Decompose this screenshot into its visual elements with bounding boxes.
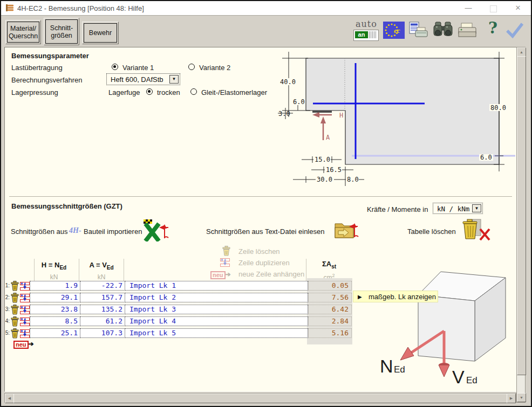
- tab-schnittgroessen[interactable]: Schnitt- größen: [44, 18, 79, 45]
- radio-variante-1[interactable]: [112, 64, 118, 70]
- units-label: Kräfte / Momente in: [367, 205, 428, 213]
- legend-delete-label: Zeile löschen: [238, 247, 280, 256]
- duplicate-row-icon[interactable]: [20, 306, 30, 314]
- append-row-button[interactable]: neu➔: [13, 339, 34, 349]
- read-textfile-label: Schnittgrößen aus Text-Datei einlesen: [206, 227, 324, 236]
- svg-text:6.0: 6.0: [480, 154, 492, 161]
- print-preview-icon[interactable]: [409, 22, 428, 38]
- row-number: 5:: [5, 330, 10, 336]
- binoculars-icon[interactable]: [432, 22, 454, 38]
- maximize-button[interactable]: [490, 5, 497, 12]
- load-transfer-label: Lastübertragung: [11, 64, 63, 72]
- h-force-input[interactable]: 8.5: [30, 316, 80, 326]
- svg-text:3.0: 3.0: [278, 110, 290, 118]
- confirm-check-icon[interactable]: [505, 21, 524, 39]
- delete-row-icon[interactable]: [11, 281, 19, 291]
- legend-duplicate-row-icon: [220, 258, 230, 267]
- delete-row-icon[interactable]: [11, 316, 19, 327]
- play-icon: ▶: [358, 294, 362, 300]
- method-label: Berechnungsverfahren: [11, 76, 83, 84]
- units-dropdown[interactable]: kN / kNm ▼: [433, 203, 483, 214]
- tab-material-querschnitt[interactable]: Material/ Querschn: [5, 20, 41, 44]
- method-dropdown-value: Heft 600, DAfStb: [111, 75, 163, 84]
- radio-gleitlager-label: Gleit-/Elastomerlager: [201, 88, 267, 96]
- column-header-a: A = VEd: [80, 261, 123, 271]
- column-header-h: H = NEd: [30, 261, 78, 271]
- scroll-up-button[interactable]: ▲: [517, 47, 526, 57]
- horizontal-scrollbar[interactable]: ◀ ▶: [4, 393, 516, 403]
- cube-front-face: [418, 295, 475, 361]
- loadcase-name-input[interactable]: Import Lk 2: [125, 293, 308, 302]
- delete-row-icon[interactable]: [11, 305, 19, 315]
- scroll-down-button[interactable]: ▼: [517, 393, 526, 402]
- svg-text:16.5: 16.5: [326, 166, 342, 174]
- legend-append-row-icon: neu➔: [210, 270, 231, 279]
- force-a-arrow: A: [320, 116, 330, 141]
- auto-toggle-off-stripes: [368, 31, 376, 38]
- import-prefix-label: Schnittgrößen aus: [11, 227, 68, 236]
- row-number: 3:: [5, 306, 10, 312]
- import-bauteil-icon[interactable]: [144, 219, 169, 242]
- duplicate-row-icon[interactable]: [20, 294, 30, 302]
- auto-toggle[interactable]: an: [353, 30, 379, 41]
- clear-table-icon[interactable]: [461, 218, 491, 241]
- scroll-right-button[interactable]: ▶: [507, 394, 516, 403]
- dropdown-arrow-icon[interactable]: ▼: [169, 75, 179, 84]
- section-divider: [9, 196, 512, 197]
- show-governing-loadcase-button[interactable]: ▶ maßgeb. Lk anzeigen: [353, 291, 438, 302]
- loadcase-name-input[interactable]: Import Lk 3: [125, 305, 308, 314]
- a-force-input[interactable]: 61.2: [80, 316, 125, 326]
- radio-gleitlager[interactable]: [190, 88, 197, 95]
- delete-row-icon[interactable]: [11, 328, 19, 339]
- auto-label: auto: [356, 19, 377, 29]
- ast-result-value: 0.05: [308, 281, 352, 291]
- loadcase-name-input[interactable]: Import Lk 5: [125, 328, 308, 338]
- tab-bewehrung[interactable]: Bewehr: [82, 22, 119, 44]
- import-suffix-label: Bauteil importieren: [84, 227, 142, 236]
- legend-append-label: neue Zeile anhängen: [238, 270, 304, 278]
- force-h-arrow: H: [312, 112, 343, 119]
- svg-text:15.0: 15.0: [315, 156, 330, 163]
- auto-toggle-state: an: [355, 31, 368, 38]
- radio-variante-2-label: Variante 2: [199, 64, 230, 72]
- row-number: 1:: [5, 282, 10, 288]
- a-force-input[interactable]: 157.7: [80, 293, 125, 302]
- eurocode-icon[interactable]: ec: [383, 22, 405, 39]
- app-window: 4H-EC2 - Bemessung [Position 48: Hilfe] …: [0, 0, 532, 407]
- a-force-input[interactable]: 107.3: [80, 328, 125, 338]
- duplicate-row-icon[interactable]: [20, 282, 30, 291]
- minimize-button[interactable]: —: [463, 3, 474, 13]
- read-textfile-icon[interactable]: [334, 220, 359, 240]
- h-force-input[interactable]: 29.1: [30, 293, 80, 302]
- duplicate-row-icon[interactable]: [20, 329, 30, 338]
- delete-row-icon[interactable]: [11, 293, 19, 303]
- radio-trocken[interactable]: [146, 88, 153, 95]
- svg-text:80.0: 80.0: [490, 104, 506, 112]
- content-area: Bemessungsparameter Lastübertragung Vari…: [4, 47, 517, 392]
- a-force-input[interactable]: -22.7: [80, 281, 125, 291]
- vertical-scrollbar[interactable]: ▲ ▼: [516, 47, 526, 403]
- vertical-scroll-thumb[interactable]: [517, 56, 526, 375]
- help-icon[interactable]: ?: [488, 19, 497, 37]
- radio-variante-1-label: Variante 1: [122, 64, 154, 72]
- horizontal-scroll-thumb[interactable]: [13, 394, 508, 403]
- scroll-left-button[interactable]: ◀: [5, 394, 14, 403]
- method-dropdown[interactable]: Heft 600, DAfStb ▼: [106, 73, 180, 85]
- column-separator: [79, 259, 79, 282]
- radio-variante-2[interactable]: [188, 64, 195, 70]
- printer-icon[interactable]: [458, 23, 477, 38]
- table-row: 3: 23.8 135.2 Import Lk 3 6.42: [5, 305, 372, 315]
- loadcase-name-input[interactable]: Import Lk 1: [125, 281, 308, 291]
- svg-text:H: H: [339, 112, 343, 119]
- h-force-input[interactable]: 23.8: [30, 305, 80, 314]
- a-force-input[interactable]: 135.2: [80, 305, 125, 314]
- h-force-input[interactable]: 1.9: [30, 281, 80, 291]
- h-force-input[interactable]: 25.1: [30, 328, 80, 338]
- row-number: 4:: [5, 318, 10, 324]
- dropdown-arrow-icon[interactable]: ▼: [472, 204, 481, 212]
- section-drawing: 40.0 6.0 3.0 80.0 6.0: [278, 47, 517, 191]
- radio-trocken-label: trocken: [157, 88, 180, 96]
- close-button[interactable]: ✕: [513, 3, 523, 13]
- loadcase-name-input[interactable]: Import Lk 4: [125, 316, 308, 326]
- duplicate-row-icon[interactable]: [20, 318, 30, 326]
